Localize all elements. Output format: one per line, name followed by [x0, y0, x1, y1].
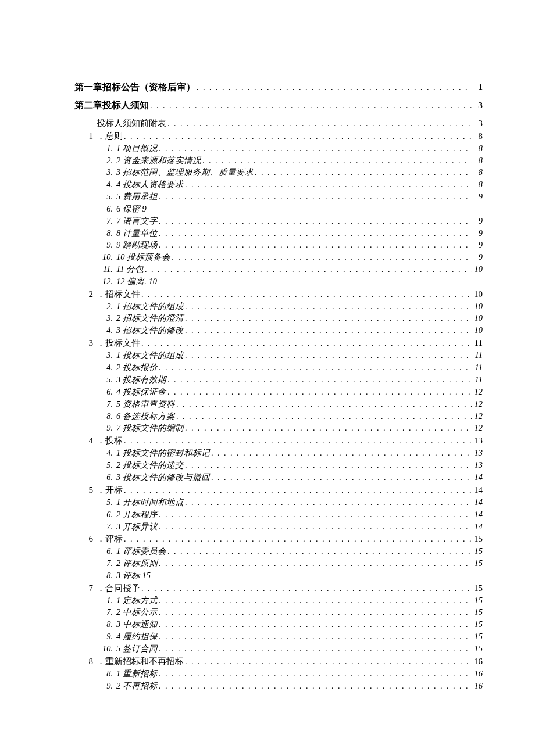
toc-page: 15	[472, 533, 483, 544]
toc-page: 15	[472, 607, 483, 618]
toc-leader-dots	[195, 83, 472, 94]
toc-leader-dots	[158, 363, 472, 374]
toc-row: 5.1 开标时间和地点14	[58, 497, 483, 508]
toc-row: 6.1 评标委员会15	[58, 546, 483, 557]
toc-page: 11	[472, 350, 483, 361]
toc-row: 4.4 投标人资格要求8	[58, 179, 483, 191]
toc-row: 12.12 偏离. 10	[58, 276, 483, 288]
toc-row: 7.2 中标公示15	[58, 607, 483, 618]
toc-row: 投标人须知前附表3	[58, 117, 483, 130]
toc-title: 1 定标方式	[116, 595, 158, 607]
toc-title: 5 资格审查资料	[116, 399, 175, 410]
toc-page: 15	[472, 546, 483, 557]
toc-number: 8.	[100, 668, 113, 680]
toc-page: 8	[472, 130, 483, 142]
toc-number: 4.	[100, 362, 113, 374]
toc-number: 6	[80, 533, 93, 544]
toc-row: 7.7 语言文字9	[58, 216, 483, 227]
toc-leader-dots	[158, 632, 472, 643]
toc-number: 5	[80, 484, 93, 496]
toc-number: 1	[80, 130, 93, 142]
toc-number: 8.	[100, 570, 113, 582]
toc-row: 5.5 费用承担9	[58, 191, 483, 203]
toc-leader-dots	[158, 558, 472, 569]
toc-page: 9	[472, 216, 483, 227]
toc-number: 7.	[100, 521, 113, 533]
toc-title: 第二章投标人须知	[74, 99, 149, 112]
toc-title: 12 偏离. 10	[116, 276, 157, 288]
toc-title: 3 招标范围、监理服务期、质量要求	[116, 167, 254, 178]
toc-number: 5.	[100, 374, 113, 386]
toc-number: 4.	[100, 179, 113, 191]
toc-leader-dots	[158, 510, 472, 521]
toc-number: 6.	[100, 472, 113, 483]
toc-page: 15	[472, 582, 483, 594]
toc-leader-dots	[175, 411, 472, 422]
toc-page: 10	[472, 264, 483, 275]
toc-row: 10.5 签订合同15	[58, 643, 483, 655]
toc-number: 7.	[100, 216, 113, 227]
toc-title: 1 重新招标	[116, 668, 158, 680]
toc-row: 4.1 投标文件的密封和标记13	[58, 447, 483, 459]
toc-leader-dots	[140, 583, 472, 594]
toc-page: 14	[472, 509, 483, 521]
toc-page: 15	[472, 595, 483, 607]
toc-row: 9.4 履约担保15	[58, 631, 483, 643]
toc-title: 3 投标文件的修改与撤回	[116, 472, 210, 483]
toc-page: 1	[472, 81, 483, 94]
toc-title: 4 投标保证金	[116, 386, 166, 398]
toc-leader-dots	[144, 264, 472, 275]
toc-title: 7 语言文字	[116, 216, 158, 227]
toc-title: ．投标	[97, 435, 123, 446]
toc-row: 8.6 备选投标方案12	[58, 411, 483, 422]
toc-number: 8.	[100, 411, 113, 422]
toc-row: 8.1 重新招标16	[58, 668, 483, 680]
toc-row: 9.2 不再招标16	[58, 680, 483, 692]
toc-row: 8.8 计量单位9	[58, 228, 483, 239]
toc-row: 9.7 投标文件的编制12	[58, 422, 483, 434]
toc-title: 投标人须知前附表	[97, 117, 166, 129]
toc-number: 1.	[100, 143, 113, 155]
toc-leader-dots	[201, 156, 472, 167]
toc-leader-dots	[158, 681, 472, 692]
toc-number: 2.	[100, 155, 113, 167]
toc-leader-dots	[254, 167, 472, 178]
toc-leader-dots	[123, 131, 472, 142]
toc-title: ．评标	[97, 533, 123, 544]
toc-number: 9.	[100, 422, 113, 434]
toc-leader-dots	[158, 192, 472, 203]
toc-row: 6．评标15	[58, 533, 483, 545]
toc-page: 13	[472, 447, 483, 459]
toc-title: 1 招标文件的组成	[116, 301, 184, 313]
toc-number: 3.	[100, 350, 113, 361]
toc-page: 11	[472, 337, 483, 349]
toc-row: 第二章投标人须知3	[58, 99, 483, 112]
toc-number: 4.	[100, 447, 113, 459]
toc-title: 6 保密 9	[116, 203, 147, 215]
toc-row: 2.1 招标文件的组成10	[58, 301, 483, 313]
toc-leader-dots	[158, 596, 472, 607]
toc-number: 10.	[100, 643, 113, 655]
toc-title: 3 开标异议	[116, 521, 158, 533]
toc-page: 16	[472, 680, 483, 692]
toc-leader-dots	[158, 522, 472, 533]
toc-page: 14	[472, 472, 483, 483]
toc-row: 1.1 项目概况8	[58, 143, 483, 155]
toc-title: 10 投标预备会	[116, 252, 170, 263]
toc-number: 9.	[100, 239, 113, 251]
toc-page: 13	[472, 435, 483, 446]
toc-leader-dots	[158, 644, 472, 655]
toc-row: 8．重新招标和不再招标16	[58, 655, 483, 668]
toc-number: 6.	[100, 546, 113, 557]
toc-title: 4 投标人资格要求	[116, 179, 184, 191]
toc-number: 7.	[100, 399, 113, 410]
toc-title: 3 招标文件的修改	[116, 325, 184, 336]
toc-page: 12	[472, 422, 483, 434]
toc-number: 2	[80, 288, 93, 300]
toc-leader-dots	[170, 252, 472, 263]
toc-page: 8	[472, 155, 483, 167]
toc-row: 6.3 投标文件的修改与撤回14	[58, 472, 483, 483]
toc-leader-dots	[158, 216, 472, 227]
toc-leader-dots	[210, 448, 472, 459]
toc-number: 5.	[100, 497, 113, 508]
